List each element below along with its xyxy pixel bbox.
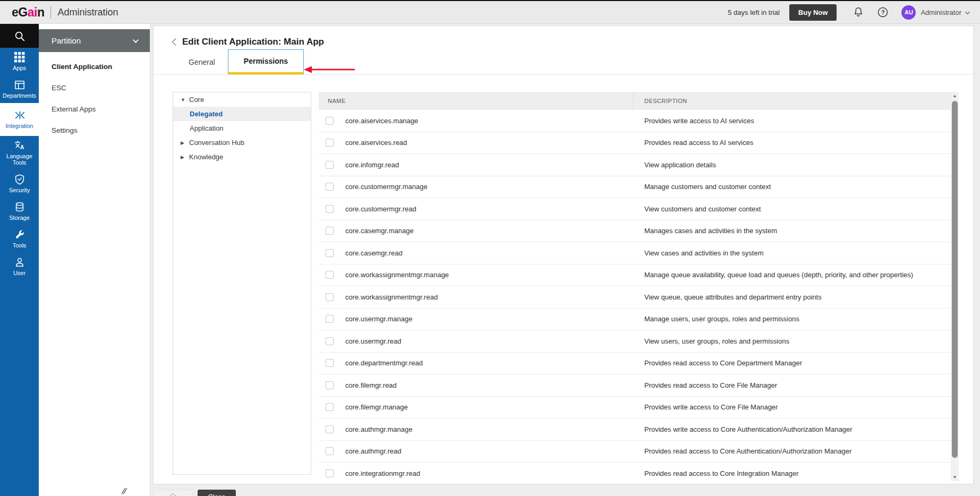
person-icon	[14, 256, 25, 268]
table-row[interactable]: core.aiservices.manage Provides write ac…	[319, 110, 951, 132]
table-row[interactable]: core.usermgr.manage Manage users, user g…	[319, 309, 951, 331]
tree-toggle-icon[interactable]: ▶	[181, 155, 189, 160]
tree-toggle-icon[interactable]: ▼	[181, 97, 189, 102]
permission-description: View application details	[634, 161, 951, 169]
row-checkbox[interactable]	[326, 183, 334, 191]
wrench-icon	[14, 229, 25, 241]
search-button[interactable]	[0, 24, 39, 48]
tree-item-conversation-hub[interactable]: ▶ Conversation Hub	[173, 135, 311, 150]
chevron-down-icon	[133, 106, 139, 112]
row-checkbox[interactable]	[326, 337, 334, 345]
row-checkbox[interactable]	[326, 315, 334, 323]
buy-now-button[interactable]: Buy Now	[789, 4, 837, 21]
sidebar-item-apps[interactable]: Apps	[0, 48, 39, 75]
tree-item-application[interactable]: Application	[173, 121, 311, 135]
sidebar-item-tools[interactable]: Tools	[0, 225, 39, 253]
permission-name: core.filemgr.read	[345, 381, 397, 389]
row-checkbox[interactable]	[326, 161, 334, 169]
table-row[interactable]: core.filemgr.read Provides read access t…	[319, 374, 951, 397]
row-checkbox[interactable]	[326, 403, 334, 411]
back-icon[interactable]	[171, 38, 177, 46]
table-row[interactable]: core.customermgr.read View customers and…	[319, 198, 951, 220]
bell-icon[interactable]	[853, 6, 864, 18]
tree-item-knowledge[interactable]: ▶ Knowledge	[173, 150, 311, 164]
vertical-scrollbar[interactable]: ▲ ▼	[951, 92, 959, 481]
table-row[interactable]: core.workassignmentmgr.read View queue, …	[319, 286, 951, 309]
permission-description: Provides read access to Core Department …	[634, 359, 951, 367]
permission-description: Provides write access to AI services	[634, 117, 951, 125]
tree-item-core[interactable]: ▼ Core	[173, 92, 311, 107]
permission-name: core.integrationmgr.read	[345, 469, 420, 477]
table-row[interactable]: core.casemgr.read View cases and activit…	[319, 242, 951, 264]
sidebar-item-security[interactable]: Security	[0, 170, 39, 198]
row-checkbox[interactable]	[326, 293, 334, 301]
table-row[interactable]: core.workassignmentmgr.manage Manage que…	[319, 264, 951, 287]
permission-description: View queue, queue attributes and departm…	[634, 293, 951, 301]
row-checkbox[interactable]	[326, 271, 334, 279]
row-checkbox[interactable]	[326, 381, 334, 389]
sidebar-item-user[interactable]: User	[0, 253, 39, 280]
row-checkbox[interactable]	[326, 205, 334, 213]
tree-toggle-icon[interactable]: ▶	[181, 140, 189, 146]
permission-description: View cases and activities in the system	[634, 249, 951, 257]
row-checkbox[interactable]	[326, 425, 334, 433]
sidebar-item-language-tools[interactable]: A Language Tools	[0, 136, 39, 170]
sidebar-item-integration[interactable]: Integration	[0, 103, 39, 136]
scrollbar-thumb[interactable]	[952, 101, 958, 458]
user-menu[interactable]: Administrator	[921, 8, 970, 16]
scroll-up-icon[interactable]: ▲	[951, 92, 959, 100]
avatar[interactable]: AU	[901, 5, 916, 20]
row-checkbox[interactable]	[326, 227, 334, 235]
red-arrow-annotation	[304, 66, 355, 73]
menu-item-settings[interactable]: Settings	[39, 119, 150, 141]
permission-name: core.aiservices.manage	[345, 117, 418, 125]
circle-icon	[170, 494, 176, 496]
close-button[interactable]: Close	[198, 490, 236, 496]
permission-description: Provides write access to Core File Manag…	[634, 403, 951, 411]
table-row[interactable]: core.casemgr.manage Manages cases and ac…	[319, 220, 951, 243]
permission-description: View customers and customer context	[634, 205, 951, 213]
permission-description: Manage customers and customer context	[634, 183, 951, 191]
menu-item-client-application[interactable]: Client Application	[39, 56, 150, 77]
sidebar-item-storage[interactable]: Storage	[0, 198, 39, 225]
table-row[interactable]: core.departmentmgr.read Provides read ac…	[319, 353, 951, 375]
icon-rail: Apps Departments Integration A Language …	[0, 24, 39, 496]
database-icon	[14, 201, 25, 213]
tab-permissions[interactable]: Permissions	[228, 49, 304, 74]
row-checkbox[interactable]	[326, 469, 334, 477]
partition-menu-header[interactable]: Partition	[39, 29, 150, 52]
permission-name: core.filemgr.manage	[345, 403, 408, 411]
permission-name: core.customermgr.read	[345, 205, 416, 213]
sidebar-item-departments[interactable]: Departments	[0, 75, 39, 103]
row-checkbox[interactable]	[326, 139, 334, 147]
chevron-down-icon	[132, 37, 139, 44]
row-checkbox[interactable]	[326, 359, 334, 367]
chevron-down-icon	[133, 84, 139, 91]
table-row[interactable]: core.customermgr.manage Manage customers…	[319, 176, 951, 199]
row-checkbox[interactable]	[326, 249, 334, 257]
secondary-action-button[interactable]	[153, 490, 192, 496]
menu-item-external-apps[interactable]: External Apps	[39, 98, 150, 119]
tab-general[interactable]: General	[176, 49, 228, 74]
permission-name: core.workassignmentmgr.manage	[345, 271, 449, 279]
table-row[interactable]: core.integrationmgr.read Provides read a…	[319, 463, 951, 481]
top-header: eGain Administration 5 days left in tria…	[0, 0, 980, 24]
table-row[interactable]: core.infomgr.read View application detai…	[319, 154, 951, 176]
menu-item-esc[interactable]: ESC	[39, 77, 150, 98]
table-row[interactable]: core.aiservices.read Provides read acces…	[319, 132, 951, 155]
scroll-down-icon[interactable]: ▼	[951, 473, 959, 481]
help-icon[interactable]: ?	[877, 6, 889, 18]
permission-description: Provides read access to Core Authenticat…	[634, 447, 951, 455]
tree-item-delegated[interactable]: Delegated	[173, 107, 311, 121]
table-row[interactable]: core.usermgr.read View users, user group…	[319, 330, 951, 353]
trial-countdown-text: 5 days left in trial	[728, 8, 780, 16]
translate-icon: A	[14, 140, 25, 151]
brand-text: eGain	[12, 5, 44, 20]
table-row[interactable]: core.authmgr.manage Provides write acces…	[319, 418, 951, 441]
row-checkbox[interactable]	[326, 117, 334, 125]
table-row[interactable]: core.authmgr.read Provides read access t…	[319, 441, 951, 463]
row-checkbox[interactable]	[326, 447, 334, 455]
table-row[interactable]: core.filemgr.manage Provides write acces…	[319, 397, 951, 419]
permission-description: Provides write access to Core Authentica…	[634, 425, 951, 433]
permission-description: View users, user groups, roles and permi…	[634, 337, 951, 345]
